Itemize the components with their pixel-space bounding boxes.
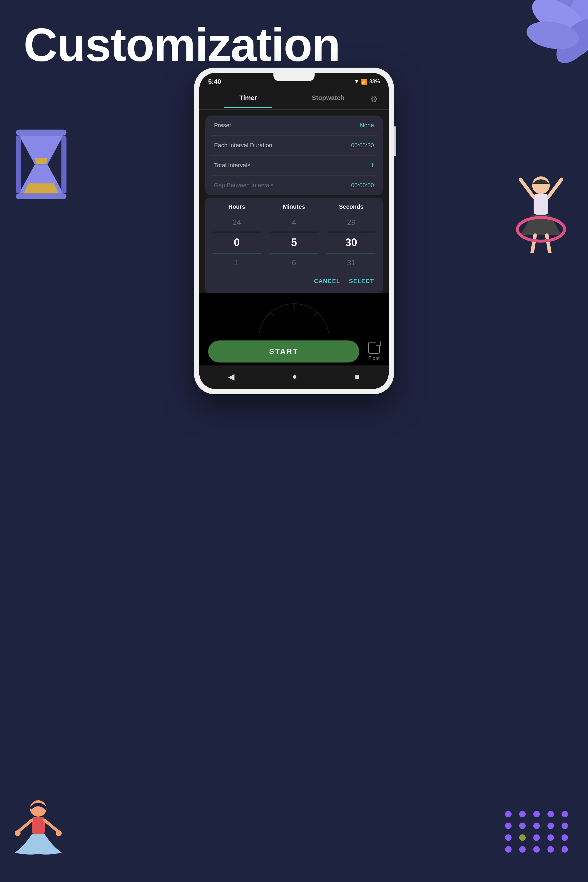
dot bbox=[505, 823, 512, 829]
svg-line-24 bbox=[313, 312, 318, 316]
svg-point-16 bbox=[30, 800, 46, 817]
meditation-person bbox=[9, 797, 68, 867]
dot bbox=[548, 846, 554, 853]
tab-timer[interactable]: Timer bbox=[208, 94, 288, 105]
svg-line-18 bbox=[18, 820, 32, 832]
minutes-below: 6 bbox=[266, 254, 323, 272]
start-button[interactable]: START bbox=[208, 340, 359, 363]
dot bbox=[505, 811, 512, 818]
battery-level: 33% bbox=[369, 78, 380, 85]
svg-line-19 bbox=[45, 820, 59, 832]
seconds-selected-container: 30 bbox=[322, 232, 380, 254]
page-title: Customization bbox=[24, 18, 340, 72]
gap-label: Gap Between Intervals bbox=[214, 182, 273, 189]
bottom-area: START Float bbox=[200, 334, 388, 366]
dot bbox=[519, 811, 526, 818]
picker-columns: 24 0 1 4 bbox=[208, 213, 380, 272]
svg-point-2 bbox=[526, 0, 588, 45]
hours-above: 24 bbox=[208, 213, 266, 232]
dot bbox=[505, 834, 512, 841]
svg-line-12 bbox=[548, 179, 561, 197]
dot bbox=[561, 846, 568, 853]
clock-svg bbox=[250, 295, 338, 333]
svg-point-20 bbox=[15, 830, 21, 836]
minutes-selected-container: 5 bbox=[266, 232, 323, 254]
cancel-button[interactable]: CANCEL bbox=[314, 278, 340, 285]
svg-line-14 bbox=[547, 235, 550, 253]
nav-bar: ◀ ● ■ bbox=[200, 366, 388, 389]
preset-label: Preset bbox=[214, 122, 231, 129]
svg-line-13 bbox=[532, 235, 535, 253]
signal-icon: 📶 bbox=[361, 78, 368, 85]
picker-actions: CANCEL SELECT bbox=[208, 272, 380, 288]
flower-decoration bbox=[500, 0, 588, 82]
total-intervals-row[interactable]: Total Intervals 1 bbox=[211, 156, 377, 176]
minutes-column[interactable]: 4 5 6 bbox=[266, 213, 323, 272]
phone-outer: 5:40 ▼ 📶 33% Timer Stopwatch ⚙ bbox=[194, 68, 394, 394]
svg-point-0 bbox=[537, 0, 588, 48]
dot bbox=[561, 834, 568, 841]
phone-screen: 5:40 ▼ 📶 33% Timer Stopwatch ⚙ bbox=[200, 73, 388, 389]
phone: 5:40 ▼ 📶 33% Timer Stopwatch ⚙ bbox=[194, 68, 394, 394]
dot bbox=[533, 823, 540, 829]
time-picker: Hours Minutes Seconds 24 0 bbox=[205, 198, 383, 293]
minutes-above: 4 bbox=[266, 213, 323, 232]
total-intervals-label: Total Intervals bbox=[214, 162, 250, 169]
dot bbox=[533, 834, 540, 841]
float-icon bbox=[368, 342, 380, 354]
side-button bbox=[394, 126, 396, 156]
svg-point-4 bbox=[525, 18, 581, 53]
wifi-icon: ▼ bbox=[354, 78, 359, 85]
svg-point-9 bbox=[532, 176, 550, 194]
dot bbox=[519, 823, 526, 829]
float-label: Float bbox=[368, 356, 380, 362]
seconds-column[interactable]: 29 30 31 bbox=[322, 213, 380, 272]
dot bbox=[561, 811, 568, 818]
app-content: Timer Stopwatch ⚙ Preset None Each Inter… bbox=[200, 89, 388, 389]
svg-point-3 bbox=[549, 12, 588, 70]
hours-selected-container: 0 bbox=[208, 232, 266, 254]
svg-line-11 bbox=[520, 179, 534, 197]
svg-rect-8 bbox=[62, 135, 66, 194]
hours-column[interactable]: 24 0 1 bbox=[208, 213, 266, 272]
hours-header: Hours bbox=[208, 204, 266, 210]
svg-point-21 bbox=[56, 830, 62, 836]
settings-panel: Preset None Each Interval Duration 00:05… bbox=[205, 116, 383, 195]
dot bbox=[533, 811, 540, 818]
settings-gear-icon[interactable]: ⚙ bbox=[368, 93, 380, 105]
preset-row[interactable]: Preset None bbox=[211, 116, 377, 135]
dot-olive bbox=[519, 834, 526, 841]
float-button[interactable]: Float bbox=[368, 342, 380, 362]
dot bbox=[505, 846, 512, 853]
interval-duration-row[interactable]: Each Interval Duration 00:05:30 bbox=[211, 135, 377, 156]
back-nav-button[interactable]: ◀ bbox=[228, 372, 235, 382]
gap-value: 00:00:00 bbox=[351, 182, 374, 189]
tabs-bar: Timer Stopwatch ⚙ bbox=[200, 89, 388, 110]
seconds-above: 29 bbox=[322, 213, 380, 232]
select-button[interactable]: SELECT bbox=[349, 278, 374, 285]
svg-point-15 bbox=[518, 218, 564, 241]
dot bbox=[548, 834, 554, 841]
dot bbox=[519, 846, 526, 853]
clock-area bbox=[200, 293, 388, 334]
total-intervals-value: 1 bbox=[371, 162, 374, 169]
dots-decoration bbox=[505, 811, 570, 853]
dot bbox=[548, 811, 554, 818]
dot bbox=[561, 823, 568, 829]
status-icons: ▼ 📶 33% bbox=[354, 78, 380, 85]
hourglass-decoration bbox=[9, 126, 74, 209]
phone-notch bbox=[273, 73, 315, 81]
seconds-selected: 30 bbox=[322, 232, 380, 253]
tab-stopwatch[interactable]: Stopwatch bbox=[288, 94, 368, 105]
interval-duration-label: Each Interval Duration bbox=[214, 142, 272, 149]
home-nav-button[interactable]: ● bbox=[292, 372, 297, 381]
picker-headers: Hours Minutes Seconds bbox=[208, 204, 380, 210]
svg-rect-17 bbox=[32, 817, 45, 834]
recent-nav-button[interactable]: ■ bbox=[355, 372, 360, 381]
gap-row[interactable]: Gap Between Intervals 00:00:00 bbox=[211, 176, 377, 195]
seconds-below: 31 bbox=[322, 254, 380, 272]
dot bbox=[533, 846, 540, 853]
interval-duration-value: 00:05:30 bbox=[351, 142, 374, 149]
exercise-person bbox=[512, 171, 570, 253]
svg-rect-10 bbox=[534, 194, 548, 214]
